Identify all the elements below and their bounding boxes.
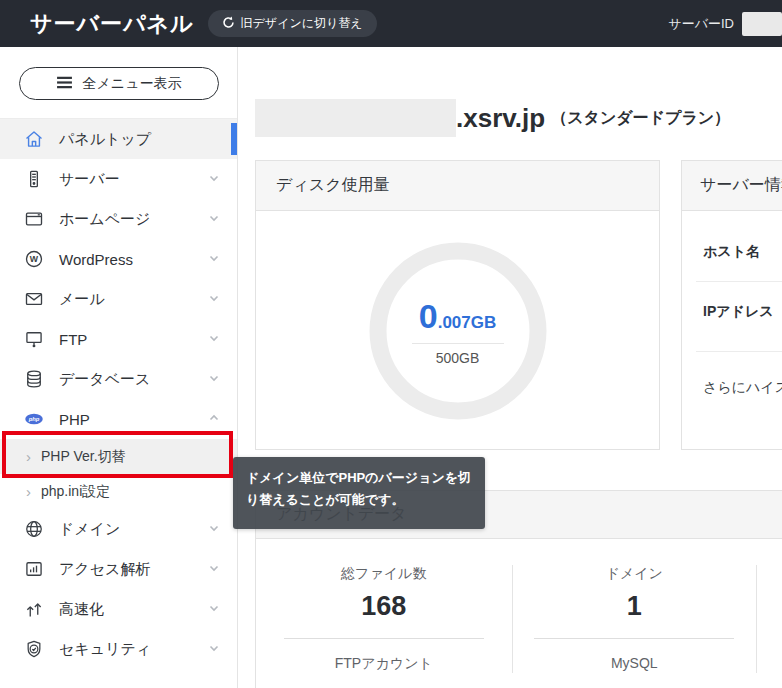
upgrade-promo-text[interactable]: さらにハイス [703,379,782,397]
disk-card-title: ディスク使用量 [256,161,659,211]
redacted-domain-prefix [255,99,456,137]
sidebar-item-domain[interactable]: ドメイン [0,509,237,549]
server-icon [24,169,44,189]
stat-label: 総ファイル数 [256,565,512,583]
sidebar-item-label: 高速化 [59,600,207,619]
chevron-down-icon [207,641,221,658]
top-header: サーバーパネル 旧デザインに切り替え サーバーID [0,0,782,47]
stat-label: FTPアカウント [256,655,512,673]
mail-icon [24,289,44,309]
ip-address-label: IPアドレス [703,303,774,321]
sidebar-item-mail[interactable]: メール [0,279,237,319]
sidebar-item-label: サーバー [59,170,207,189]
sidebar-item-panel-top[interactable]: パネルトップ [0,119,237,159]
sidebar-item-security[interactable]: セキュリティ [0,629,237,669]
menu-toggle-label: 全メニュー表示 [83,75,182,93]
domain-suffix: .xsrv.jp [456,103,545,134]
speed-up-arrows-icon [24,599,44,619]
stat-value: 1 [513,591,757,622]
browser-window-icon [24,209,44,229]
svg-text:W: W [30,254,39,264]
stat-label: ドメイン [513,565,757,583]
sidebar-item-label: メール [59,290,207,309]
divider [696,351,782,352]
hamburger-icon [56,76,73,92]
switch-to-old-design-button[interactable]: 旧デザインに切り替え [208,10,377,37]
chevron-right-icon: › [26,448,31,465]
chevron-down-icon [207,561,221,578]
server-id-value-redacted [742,12,782,36]
monitor-icon [24,329,44,349]
chevron-up-icon [207,411,221,428]
database-icon [24,369,44,389]
chevron-down-icon [207,331,221,348]
stat-col-files: 総ファイル数 168 FTPアカウント [256,565,512,673]
sidebar-item-label: WordPress [59,251,207,268]
sidebar-item-ftp[interactable]: FTP [0,319,237,359]
account-stats: 総ファイル数 168 FTPアカウント ドメイン 1 MySQL [256,539,782,673]
sidebar-item-php[interactable]: php PHP [0,399,237,439]
switch-button-label: 旧デザインに切り替え [241,15,363,32]
page-title: .xsrv.jp （スタンダードプラン） [255,97,730,139]
shield-check-icon [24,639,44,659]
sidebar-item-label: FTP [59,331,207,348]
globe-icon [24,519,44,539]
sidebar-item-wordpress[interactable]: W WordPress [0,239,237,279]
chevron-down-icon [207,371,221,388]
sidebar-subitem-php-ini[interactable]: › php.ini設定 [0,474,237,509]
sidebar-item-label: ドメイン [59,520,207,539]
stat-col-clipped [756,565,782,673]
host-name-label: ホスト名 [703,243,760,261]
server-card-title: サーバー情報 [682,161,782,211]
home-icon [24,129,44,149]
php-version-tooltip: ドメイン単位でPHPのバージョンを切 り替えることが可能です。 [233,457,485,529]
bar-chart-icon [24,559,44,579]
divider [534,638,734,639]
disk-used-value: 0.007GB [419,297,497,336]
divider [696,281,782,282]
sidebar-menu: パネルトップ サーバー ホームページ W WordPress [0,118,237,669]
chevron-down-icon [207,211,221,228]
disk-total-value: 500GB [436,350,480,366]
donut-center-text: 0.007GB 500GB [368,241,548,421]
all-menu-toggle-button[interactable]: 全メニュー表示 [19,67,219,100]
sidebar-subitem-php-ver-switch[interactable]: › PHP Ver.切替 [0,439,237,474]
chevron-down-icon [207,291,221,308]
sidebar-item-label: PHP [59,411,207,428]
active-indicator [231,123,237,155]
sidebar: 全メニュー表示 パネルトップ サーバー ホームページ W [0,47,238,688]
stat-col-domain: ドメイン 1 MySQL [512,565,757,673]
stat-label: MySQL [513,655,757,671]
chevron-right-icon: › [26,483,31,500]
sidebar-item-label: パネルトップ [59,130,221,149]
sidebar-item-database[interactable]: データベース [0,359,237,399]
sidebar-item-label: ホームページ [59,210,207,229]
sidebar-item-label: データベース [59,370,207,389]
divider [412,343,504,344]
server-info-card: サーバー情報 ホスト名 IPアドレス さらにハイス [681,160,782,450]
wordpress-icon: W [24,249,44,269]
subitem-label: PHP Ver.切替 [41,448,126,466]
app-title: サーバーパネル [30,9,194,39]
stat-value: 168 [256,591,512,622]
sidebar-item-label: アクセス解析 [59,560,207,579]
sidebar-item-server[interactable]: サーバー [0,159,237,199]
php-logo-icon: php [24,409,44,429]
svg-text:php: php [28,416,40,422]
sidebar-item-homepage[interactable]: ホームページ [0,199,237,239]
sidebar-item-label: セキュリティ [59,640,207,659]
chevron-down-icon [207,521,221,538]
chevron-down-icon [207,601,221,618]
sidebar-item-access-analytics[interactable]: アクセス解析 [0,549,237,589]
sidebar-item-speed-up[interactable]: 高速化 [0,589,237,629]
divider [284,638,484,639]
refresh-icon [222,16,235,32]
chevron-down-icon [207,171,221,188]
subitem-label: php.ini設定 [41,483,110,501]
plan-name: （スタンダードプラン） [551,108,730,129]
server-card-body: ホスト名 IPアドレス さらにハイス [682,211,782,450]
server-id-label: サーバーID [668,15,734,33]
disk-usage-card: ディスク使用量 0.007GB 500GB [255,160,660,450]
chevron-down-icon [207,251,221,268]
disk-usage-donut: 0.007GB 500GB [368,241,548,421]
